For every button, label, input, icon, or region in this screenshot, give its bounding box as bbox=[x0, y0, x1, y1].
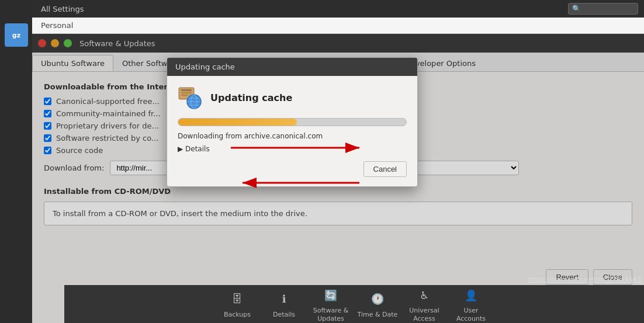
progress-bar-background bbox=[178, 118, 407, 126]
search-input[interactable] bbox=[568, 3, 638, 15]
left-sidebar: gz bbox=[0, 0, 32, 323]
progress-bar-fill bbox=[178, 119, 297, 126]
watermark: https://blog.csdn.net/qq_27614543 bbox=[528, 276, 641, 283]
updating-cache-dialog: Updating cache bbox=[167, 57, 418, 187]
dialog-details[interactable]: ▶ Details bbox=[178, 145, 407, 153]
download-globe-icon bbox=[178, 85, 202, 110]
dialog-title-text: Updating cache bbox=[175, 62, 235, 71]
dialog-cancel-button[interactable]: Cancel bbox=[363, 161, 407, 177]
dialog-content: Updating cache Downloading from archive.… bbox=[167, 76, 417, 186]
top-system-bar: All Settings bbox=[32, 0, 644, 18]
personal-bar: Personal bbox=[32, 18, 644, 34]
dialog-main-title-text: Updating cache bbox=[210, 92, 292, 103]
sidebar-gz-icon: gz bbox=[5, 23, 28, 47]
all-settings-label: All Settings bbox=[32, 5, 568, 13]
dialog-header-row: Updating cache bbox=[178, 85, 407, 110]
dialog-titlebar: Updating cache bbox=[167, 58, 417, 76]
dialog-actions: Cancel bbox=[178, 161, 407, 177]
dialog-status-text: Downloading from archive.canonical.com bbox=[178, 132, 407, 140]
svg-rect-7 bbox=[181, 92, 192, 93]
svg-rect-6 bbox=[181, 89, 192, 91]
personal-label: Personal bbox=[41, 21, 73, 30]
svg-rect-8 bbox=[181, 95, 188, 96]
